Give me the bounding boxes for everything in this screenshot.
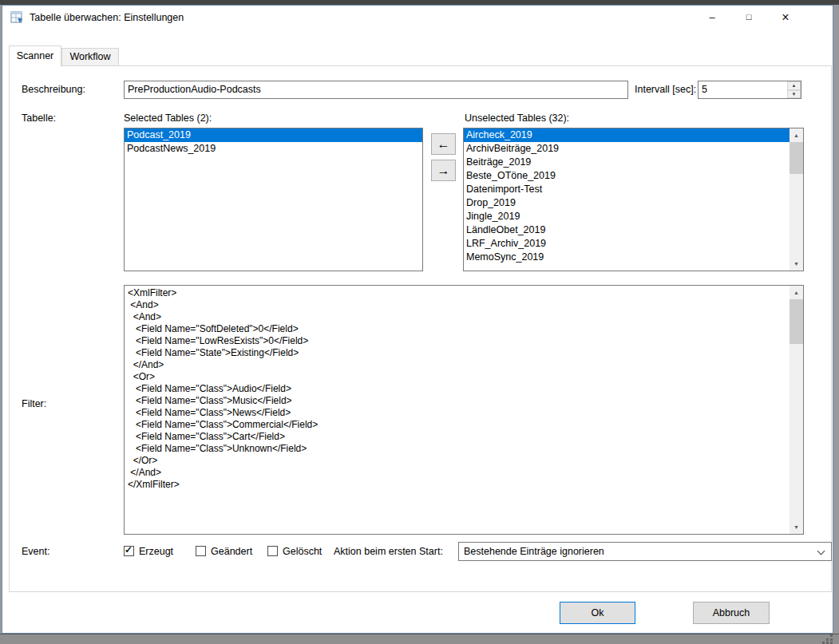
background-window-bottom-edge (0, 634, 839, 644)
spin-up-button[interactable]: ▲ (787, 81, 801, 90)
move-left-button[interactable]: ← (431, 133, 456, 155)
scroll-up-button[interactable]: ▲ (790, 286, 803, 299)
settings-dialog: Tabelle überwachen: Einstellungen – □ × … (2, 5, 833, 634)
beschreibung-label: Beschreibung: (22, 84, 85, 95)
scroll-up-icon: ▲ (793, 290, 799, 295)
list-item[interactable]: LRF_Archiv_2019 (464, 237, 790, 251)
move-right-button[interactable]: → (431, 160, 456, 181)
scroll-down-icon: ▼ (793, 524, 799, 530)
unselected-tables-list[interactable]: Aircheck_2019 ArchivBeiträge_2019 Beiträ… (463, 128, 804, 271)
list-item[interactable]: ArchivBeiträge_2019 (464, 142, 790, 156)
minimize-icon: – (709, 11, 714, 23)
checkbox-erzeugt-label[interactable]: Erzeugt (139, 546, 173, 557)
maximize-icon: □ (746, 12, 752, 22)
arrow-left-icon: ← (437, 137, 450, 152)
ok-button[interactable]: Ok (560, 602, 635, 624)
unselected-tables-label: Unselected Tables (32): (465, 113, 569, 124)
list-item[interactable]: Jingle_2019 (464, 210, 790, 223)
checkbox-geloescht-label[interactable]: Gelöscht (283, 546, 322, 557)
scrollbar-thumb[interactable] (790, 142, 803, 174)
arrow-right-icon: → (437, 164, 450, 178)
list-item[interactable]: Beste_OTöne_2019 (464, 169, 790, 183)
filter-label: Filter: (22, 398, 46, 409)
selected-tables-label: Selected Tables (2): (124, 113, 212, 124)
intervall-label: Intervall [sec]: (635, 84, 696, 95)
scanner-tab-panel: Beschreibung: PreProductionAudio-Podcast… (9, 65, 832, 592)
scroll-down-button[interactable]: ▼ (790, 520, 803, 534)
list-item[interactable]: Beiträge_2019 (464, 156, 790, 169)
chevron-down-icon (817, 547, 825, 555)
unselected-list-scrollbar[interactable]: ▲ ▼ (790, 128, 803, 271)
checkbox-erzeugt[interactable] (124, 546, 134, 556)
aktion-dropdown-value: Bestehende Einträge ignorieren (464, 546, 604, 557)
maximize-button[interactable]: □ (730, 6, 767, 29)
checkbox-geaendert-label[interactable]: Geändert (211, 546, 252, 557)
aktion-label: Aktion beim ersten Start: (334, 546, 443, 557)
spin-down-button[interactable]: ▼ (787, 90, 801, 99)
list-item[interactable]: PodcastNews_2019 (125, 142, 422, 156)
selected-tables-list[interactable]: Podcast_2019 PodcastNews_2019 (124, 128, 423, 271)
checkbox-geloescht[interactable] (267, 546, 278, 556)
tab-workflow[interactable]: Workflow (61, 48, 119, 66)
checkbox-geaendert[interactable] (196, 546, 206, 556)
scroll-down-icon: ▼ (793, 261, 799, 267)
scroll-up-button[interactable]: ▲ (790, 128, 803, 142)
screen: Tabelle überwachen: Einstellungen – □ × … (0, 0, 839, 644)
resize-grip-icon[interactable] (822, 634, 833, 644)
scrollbar-thumb[interactable] (790, 299, 803, 344)
spin-down-icon: ▼ (792, 92, 797, 97)
close-icon: × (782, 10, 789, 25)
filter-box[interactable]: <XmlFilter> <And> <And> <Field Name="Sof… (124, 285, 804, 535)
filter-xml-text[interactable]: <XmlFilter> <And> <And> <Field Name="Sof… (125, 286, 803, 492)
list-item[interactable]: Aircheck_2019 (464, 128, 790, 142)
event-label: Event: (22, 546, 49, 557)
list-item[interactable]: Drop_2019 (464, 196, 790, 210)
beschreibung-input[interactable]: PreProductionAudio-Podcasts (124, 81, 628, 99)
list-item[interactable]: Datenimport-Test (464, 183, 790, 196)
aktion-dropdown[interactable]: Bestehende Einträge ignorieren (458, 542, 832, 561)
scroll-up-icon: ▲ (793, 132, 799, 138)
title-bar[interactable]: Tabelle überwachen: Einstellungen – □ × (2, 6, 833, 30)
tabelle-label: Tabelle: (22, 113, 56, 124)
window-title: Tabelle überwachen: Einstellungen (30, 6, 184, 30)
minimize-button[interactable]: – (694, 6, 730, 29)
tab-scanner[interactable]: Scanner (9, 45, 61, 66)
intervall-value[interactable]: 5 (702, 81, 707, 98)
list-item[interactable]: LändleObet_2019 (464, 223, 790, 237)
list-item[interactable]: MemoSync_2019 (464, 251, 790, 264)
cancel-button[interactable]: Abbruch (693, 602, 770, 624)
list-item[interactable]: Podcast_2019 (125, 128, 422, 142)
intervall-spinner[interactable]: 5 ▲ ▼ (698, 81, 801, 99)
close-button[interactable]: × (767, 6, 804, 29)
scroll-down-button[interactable]: ▼ (790, 257, 803, 271)
spin-up-icon: ▲ (792, 83, 797, 88)
app-icon (10, 11, 23, 24)
filter-scrollbar[interactable]: ▲ ▼ (790, 286, 803, 534)
